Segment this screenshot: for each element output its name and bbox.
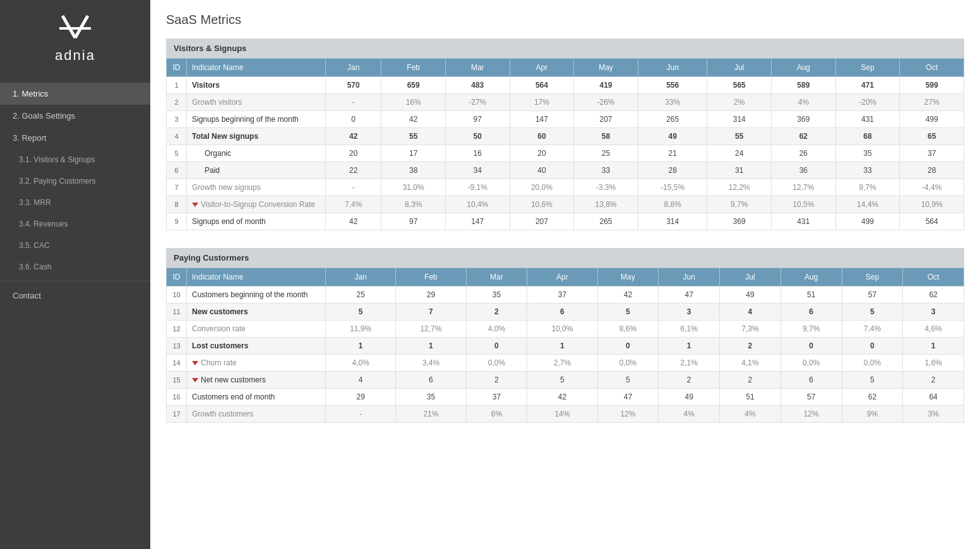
- col-aug2: Aug: [780, 268, 842, 286]
- row-value: 570: [326, 77, 381, 94]
- section1-header: Visitors & Signups: [166, 38, 964, 58]
- visitors-signups-table: ID Indicator Name Jan Feb Mar Apr May Ju…: [166, 58, 964, 230]
- row-value: 5: [842, 304, 903, 321]
- row-value: 2: [659, 372, 720, 389]
- logo-area: adnia: [55, 13, 95, 64]
- row-value: 314: [707, 111, 772, 128]
- row-value: 659: [381, 77, 446, 94]
- row-value: 10,5%: [772, 196, 836, 213]
- row-value: 4%: [772, 94, 836, 111]
- row-value: 564: [510, 77, 574, 94]
- row-value: -9,1%: [445, 179, 510, 196]
- row-value: 7,4%: [842, 321, 903, 338]
- row-value: 97: [445, 111, 510, 128]
- red-triangle-icon: [192, 203, 198, 207]
- row-value: -: [326, 179, 381, 196]
- row-value: 17%: [510, 94, 574, 111]
- red-triangle-icon: [192, 378, 198, 382]
- row-value: 314: [638, 213, 707, 230]
- table-row: 14Churn rate4,0%3,4%0,0%2,7%0,0%2,1%4,1%…: [167, 355, 964, 372]
- row-value: 471: [835, 77, 900, 94]
- col-mar: Mar: [445, 59, 510, 77]
- row-value: 42: [527, 389, 597, 406]
- row-value: 431: [835, 111, 900, 128]
- row-id: 7: [167, 179, 187, 196]
- row-value: 13,8%: [574, 196, 638, 213]
- sidebar-item-metrics[interactable]: 1. Metrics: [0, 83, 150, 105]
- row-indicator-name: Customers beginning of the month: [187, 286, 326, 304]
- row-value: 8,3%: [381, 196, 446, 213]
- col-may: May: [574, 59, 638, 77]
- row-value: 24: [707, 145, 772, 162]
- row-value: 147: [510, 111, 574, 128]
- row-value: 21%: [396, 406, 466, 423]
- row-value: 1: [659, 338, 720, 355]
- row-id: 15: [167, 372, 187, 389]
- sidebar-item-cash[interactable]: 3.6. Cash: [0, 256, 150, 278]
- table-row: 4Total New signups42555060584955626865: [167, 128, 964, 145]
- row-value: 12,2%: [707, 179, 772, 196]
- row-value: 20: [510, 145, 574, 162]
- row-value: 0: [780, 338, 842, 355]
- sidebar-item-report[interactable]: 3. Report: [0, 127, 150, 149]
- row-value: 0: [466, 338, 527, 355]
- row-id: 11: [167, 304, 187, 321]
- row-value: 5: [597, 304, 659, 321]
- row-value: 58: [574, 128, 638, 145]
- row-value: 4,0%: [326, 355, 396, 372]
- row-value: 42: [326, 213, 381, 230]
- sidebar-item-contact[interactable]: Contact: [0, 285, 150, 307]
- row-value: 1: [903, 338, 964, 355]
- table-row: 10Customers beginning of the month252935…: [167, 286, 964, 304]
- row-value: 3,4%: [396, 355, 466, 372]
- row-value: 3: [659, 304, 720, 321]
- col-aug: Aug: [772, 59, 836, 77]
- row-value: 8,8%: [638, 196, 707, 213]
- row-value: 57: [780, 389, 842, 406]
- row-id: 2: [167, 94, 187, 111]
- row-value: 499: [835, 213, 900, 230]
- page-title: SaaS Metrics: [166, 13, 964, 27]
- col-feb2: Feb: [396, 268, 466, 286]
- sidebar-item-paying-customers[interactable]: 3.2. Paying Customers: [0, 170, 150, 192]
- table-row: 13Lost customers1101012001: [167, 338, 964, 355]
- table-row: 6Paid22383440332831363328: [167, 162, 964, 179]
- row-value: 483: [445, 77, 510, 94]
- row-value: 20,0%: [510, 179, 574, 196]
- sidebar-item-goals[interactable]: 2. Goals Settings: [0, 105, 150, 127]
- row-indicator-name: Lost customers: [187, 338, 326, 355]
- sidebar-item-visitors-signups[interactable]: 3.1. Visitors & Signups: [0, 149, 150, 170]
- row-indicator-name: Churn rate: [187, 355, 326, 372]
- table-row: 17Growth customers-21%6%14%12%4%4%12%9%3…: [167, 406, 964, 423]
- sidebar: adnia 1. Metrics 2. Goals Settings 3. Re…: [0, 0, 150, 549]
- row-value: 35: [835, 145, 900, 162]
- table-row: 8Visitor-to-Signup Conversion Rate7,4%8,…: [167, 196, 964, 213]
- table-row: 9Signups end of month4297147207265314369…: [167, 213, 964, 230]
- row-value: 0,0%: [780, 355, 842, 372]
- col-apr: Apr: [510, 59, 574, 77]
- row-value: 0: [842, 338, 903, 355]
- row-id: 13: [167, 338, 187, 355]
- logo-icon: [56, 13, 94, 45]
- nav-divider: [0, 281, 150, 281]
- row-value: 33%: [638, 94, 707, 111]
- row-value: 51: [720, 389, 781, 406]
- row-value: 49: [720, 286, 781, 304]
- row-value: 68: [835, 128, 900, 145]
- row-value: 1: [396, 338, 466, 355]
- sidebar-item-revenues[interactable]: 3.4. Revenues: [0, 213, 150, 235]
- row-value: 8,6%: [597, 321, 659, 338]
- row-value: 564: [900, 213, 964, 230]
- sidebar-item-mrr[interactable]: 3.3. MRR: [0, 192, 150, 213]
- row-value: 12,7%: [396, 321, 466, 338]
- row-value: 589: [772, 77, 836, 94]
- row-value: 28: [638, 162, 707, 179]
- row-value: 2: [466, 372, 527, 389]
- sidebar-item-cac[interactable]: 3.5. CAC: [0, 235, 150, 256]
- row-value: 36: [772, 162, 836, 179]
- row-value: 2: [466, 304, 527, 321]
- row-indicator-name: Visitor-to-Signup Conversion Rate: [187, 196, 326, 213]
- row-value: 4%: [659, 406, 720, 423]
- row-value: 55: [381, 128, 446, 145]
- row-value: 4,6%: [903, 321, 964, 338]
